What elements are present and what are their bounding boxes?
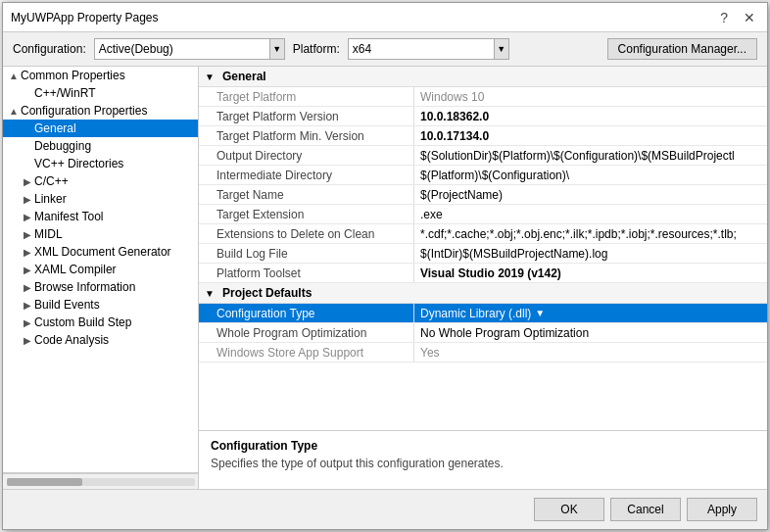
tree-expander-xml-doc[interactable]: ▶ [21, 247, 34, 258]
platform-select[interactable]: x64 [348, 38, 495, 60]
prop-name-general-8: Build Log File [199, 244, 414, 263]
properties-table: ▼GeneralTarget PlatformWindows 10Target … [199, 67, 767, 430]
tree-item-debugging[interactable]: Debugging [3, 137, 198, 155]
close-button[interactable]: ✕ [740, 10, 759, 25]
prop-row-general-5[interactable]: Target Name$(ProjectName) [199, 185, 767, 205]
tree-item-xml-doc[interactable]: ▶XML Document Generator [3, 243, 198, 261]
prop-row-general-1[interactable]: Target Platform Version10.0.18362.0 [199, 107, 767, 126]
tree-label-custom-build: Custom Build Step [34, 315, 194, 329]
tree-expander-custom-build[interactable]: ▶ [21, 317, 34, 328]
platform-select-wrapper: x64 ▼ [348, 38, 509, 60]
prop-row-general-4[interactable]: Intermediate Directory$(Platform)\$(Conf… [199, 166, 767, 185]
ok-button[interactable]: OK [534, 498, 604, 521]
section-header-project-defaults[interactable]: ▼Project Defaults [199, 283, 767, 304]
tree-item-midl[interactable]: ▶MIDL [3, 225, 198, 243]
bottom-bar: OK Cancel Apply [3, 489, 767, 529]
prop-value-general-9: Visual Studio 2019 (v142) [414, 264, 767, 282]
tree-item-config-props[interactable]: ▲Configuration Properties [3, 102, 198, 120]
configuration-select-wrapper: Active(Debug) ▼ [94, 38, 285, 60]
tree-expander-xaml[interactable]: ▶ [21, 265, 34, 275]
prop-name-general-5: Target Name [199, 185, 414, 204]
prop-row-general-6[interactable]: Target Extension.exe [199, 205, 767, 224]
tree-item-build-events[interactable]: ▶Build Events [3, 296, 198, 314]
prop-value-general-0: Windows 10 [414, 87, 767, 106]
prop-value-general-4: $(Platform)\$(Configuration)\ [414, 166, 767, 184]
horizontal-scrollbar[interactable] [3, 473, 199, 489]
tree-expander-common-props[interactable]: ▲ [7, 71, 21, 81]
tree-expander-cpp[interactable]: ▶ [21, 176, 34, 187]
prop-name-project-defaults-1: Whole Program Optimization [199, 323, 414, 342]
tree-label-manifest: Manifest Tool [34, 210, 194, 223]
description-text: Specifies the type of output this config… [211, 457, 755, 470]
prop-row-general-3[interactable]: Output Directory$(SolutionDir)$(Platform… [199, 146, 767, 166]
title-controls: ? ✕ [716, 10, 759, 25]
section-title-project-defaults: Project Defaults [222, 286, 312, 300]
prop-row-general-8[interactable]: Build Log File$(IntDir)$(MSBuildProjectN… [199, 244, 767, 264]
tree-container: ▲Common PropertiesC++/WinRT▲Configuratio… [3, 67, 198, 349]
prop-name-general-0: Target Platform [199, 87, 414, 106]
prop-name-general-2: Target Platform Min. Version [199, 126, 414, 145]
tree-item-linker[interactable]: ▶Linker [3, 190, 198, 208]
prop-value-general-8: $(IntDir)$(MSBuildProjectName).log [414, 244, 767, 263]
tree-expander-browse[interactable]: ▶ [21, 282, 34, 293]
tree-label-general: General [34, 121, 194, 135]
help-button[interactable]: ? [716, 10, 732, 25]
prop-row-general-2[interactable]: Target Platform Min. Version10.0.17134.0 [199, 126, 767, 146]
prop-row-general-7[interactable]: Extensions to Delete on Clean*.cdf;*.cac… [199, 224, 767, 244]
prop-name-project-defaults-0: Configuration Type [199, 304, 414, 322]
tree-item-browse[interactable]: ▶Browse Information [3, 278, 198, 296]
tree-expander-build-events[interactable]: ▶ [21, 300, 34, 311]
scroll-thumb [7, 478, 82, 486]
config-bar: Configuration: Active(Debug) ▼ Platform:… [3, 32, 767, 67]
tree-item-vc-dirs[interactable]: VC++ Directories [3, 155, 198, 172]
tree-label-xaml: XAML Compiler [34, 263, 194, 276]
configuration-manager-button[interactable]: Configuration Manager... [607, 38, 757, 60]
section-header-general[interactable]: ▼General [199, 67, 767, 87]
tree-item-code-analysis[interactable]: ▶Code Analysis [3, 331, 198, 349]
prop-row-project-defaults-2[interactable]: Windows Store App SupportYes [199, 343, 767, 363]
tree-item-common-props[interactable]: ▲Common Properties [3, 67, 198, 84]
prop-value-general-6: .exe [414, 205, 767, 223]
section-title-general: General [222, 70, 266, 83]
tree-expander-config-props[interactable]: ▲ [7, 106, 21, 117]
prop-value-general-7: *.cdf;*.cache;*.obj;*.obj.enc;*.ilk;*.ip… [414, 224, 767, 243]
prop-name-general-6: Target Extension [199, 205, 414, 223]
prop-name-general-1: Target Platform Version [199, 107, 414, 125]
tree-expander-manifest[interactable]: ▶ [21, 212, 34, 222]
prop-dropdown-arrow-project-defaults-0[interactable]: ▼ [535, 308, 545, 318]
tree-label-xml-doc: XML Document Generator [34, 245, 194, 259]
cancel-button[interactable]: Cancel [610, 498, 681, 521]
tree-expander-code-analysis[interactable]: ▶ [21, 335, 34, 346]
prop-row-project-defaults-0[interactable]: Configuration TypeDynamic Library (.dll)… [199, 304, 767, 323]
prop-value-general-2: 10.0.17134.0 [414, 126, 767, 145]
prop-name-general-7: Extensions to Delete on Clean [199, 224, 414, 243]
tree-expander-linker[interactable]: ▶ [21, 194, 34, 205]
prop-value-project-defaults-0[interactable]: Dynamic Library (.dll)▼ [414, 304, 767, 322]
configuration-dropdown-btn[interactable]: ▼ [269, 38, 285, 60]
section-expander-project-defaults[interactable]: ▼ [205, 288, 218, 299]
configuration-select[interactable]: Active(Debug) [94, 38, 270, 60]
prop-row-project-defaults-1[interactable]: Whole Program OptimizationNo Whole Progr… [199, 323, 767, 343]
left-panel-footer [3, 472, 198, 489]
tree-label-cpp-winrt: C++/WinRT [34, 86, 194, 100]
prop-value-general-1: 10.0.18362.0 [414, 107, 767, 125]
prop-row-general-9[interactable]: Platform ToolsetVisual Studio 2019 (v142… [199, 264, 767, 283]
apply-button[interactable]: Apply [687, 498, 757, 521]
tree-item-xaml[interactable]: ▶XAML Compiler [3, 261, 198, 278]
tree-label-cpp: C/C++ [34, 174, 194, 188]
tree-item-manifest[interactable]: ▶Manifest Tool [3, 208, 198, 225]
tree-item-general[interactable]: General [3, 120, 198, 137]
platform-dropdown-btn[interactable]: ▼ [494, 38, 509, 60]
tree-item-cpp[interactable]: ▶C/C++ [3, 172, 198, 190]
platform-label: Platform: [293, 42, 340, 56]
tree-label-debugging: Debugging [34, 139, 194, 153]
main-content: ▲Common PropertiesC++/WinRT▲Configuratio… [3, 67, 767, 489]
tree-expander-midl[interactable]: ▶ [21, 229, 34, 240]
description-title: Configuration Type [211, 439, 755, 453]
prop-row-general-0[interactable]: Target PlatformWindows 10 [199, 87, 767, 107]
tree-item-cpp-winrt[interactable]: C++/WinRT [3, 84, 198, 102]
tree-item-custom-build[interactable]: ▶Custom Build Step [3, 314, 198, 331]
prop-name-general-9: Platform Toolset [199, 264, 414, 282]
description-panel: Configuration Type Specifies the type of… [199, 430, 767, 489]
section-expander-general[interactable]: ▼ [205, 72, 218, 82]
